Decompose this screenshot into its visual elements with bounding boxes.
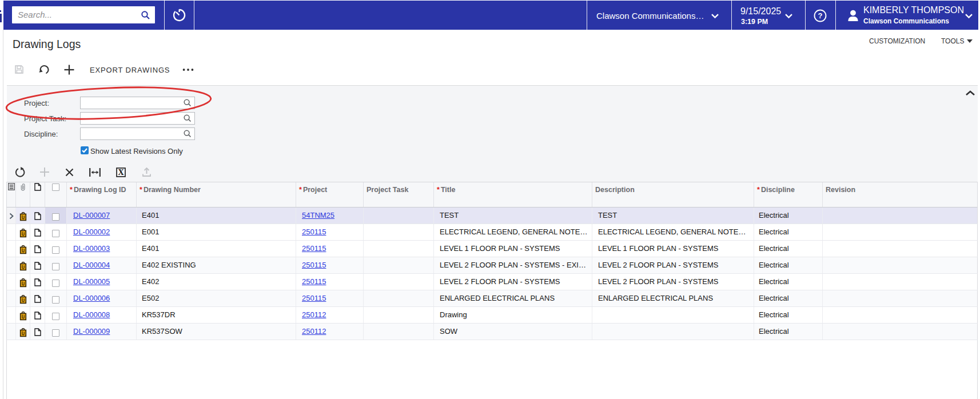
svg-text:X: X bbox=[118, 168, 124, 177]
svg-text:?: ? bbox=[818, 11, 823, 20]
